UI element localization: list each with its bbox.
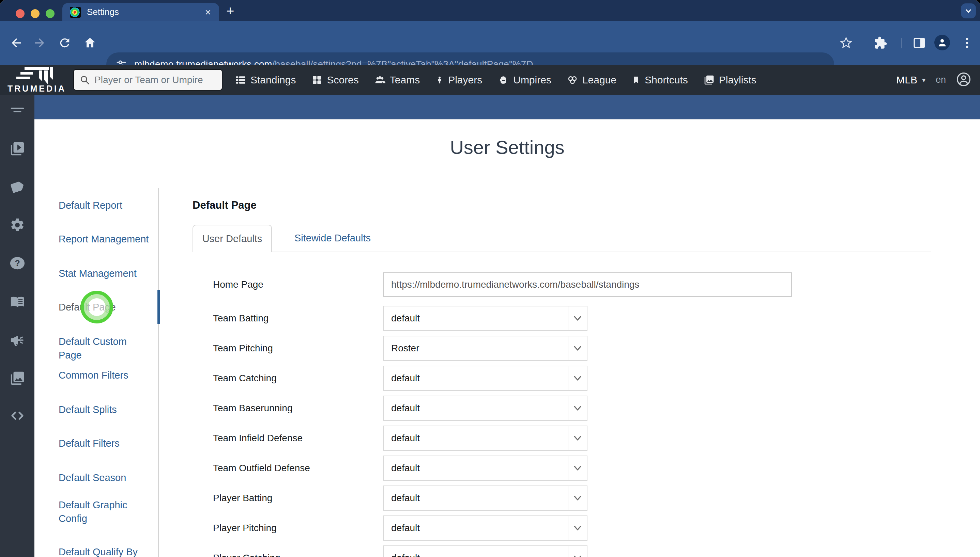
side-panel-button[interactable] [913,36,926,51]
global-search[interactable] [73,69,222,91]
gallery-icon[interactable] [10,370,25,386]
svg-text:?: ? [15,258,20,268]
account-circle-icon [956,72,971,87]
close-window-button[interactable] [16,9,24,18]
nav-umpires[interactable]: Umpires [498,74,551,86]
nav-label: Players [448,74,482,86]
bookmark-button[interactable] [839,36,853,51]
book-icon[interactable] [10,294,25,310]
video-library-icon[interactable] [10,141,25,156]
code-icon[interactable] [10,408,25,423]
chevron-down-icon [568,516,587,540]
trumedia-logo[interactable]: TRUMEDIA [3,65,71,95]
minimize-window-button[interactable] [31,9,39,18]
person-icon [937,37,947,48]
caret-down-icon: ▾ [922,76,926,84]
chevron-down-icon [568,486,587,510]
toolbar-divider [901,38,902,48]
sidebar-item-stat-management[interactable]: Stat Management [59,267,150,280]
nav-teams[interactable]: Teams [374,74,420,86]
forward-button[interactable] [33,36,46,50]
select-value: default [384,313,568,324]
select-value: default [384,493,568,503]
field-label: Team Batting [213,306,268,331]
gear-icon[interactable] [10,217,25,233]
nav-playlists[interactable]: Playlists [704,74,756,86]
tag-icon[interactable] [10,179,25,195]
teams-icon [374,75,385,85]
select-value: default [384,433,568,444]
active-item-indicator [157,290,160,324]
select-value: default [384,403,568,414]
player-batting-select[interactable]: default [383,485,588,511]
back-button[interactable] [10,36,23,50]
megaphone-icon[interactable] [10,332,25,348]
search-input[interactable] [95,75,217,85]
nav-label: Umpires [513,74,551,86]
browser-profile-button[interactable] [934,35,950,50]
field-label: Team Pitching [213,336,273,361]
nav-label: Standings [250,74,296,86]
tab-search-button[interactable] [961,3,976,18]
sidebar-item-default-qualify-by[interactable]: Default Qualify By [59,545,150,557]
team-batting-select[interactable]: default [383,306,588,331]
sidebar-item-default-splits[interactable]: Default Splits [59,403,150,416]
chevron-down-icon [568,366,587,390]
header-right: MLB ▾ en [896,65,971,95]
field-label: Player Batting [213,485,272,511]
team-infield-defense-select[interactable]: default [383,425,588,451]
new-tab-button[interactable]: + [226,3,234,19]
three-dots-icon [960,36,974,50]
sidebar-item-common-filters[interactable]: Common Filters [59,368,150,382]
player-pitching-select[interactable]: default [383,515,588,541]
umpires-icon [498,75,509,85]
reload-icon [58,36,72,50]
nav-shortcuts[interactable]: Shortcuts [632,74,688,86]
team-pitching-select[interactable]: Roster [383,336,588,361]
home-page-input[interactable] [383,272,792,297]
locale-selector[interactable]: en [936,75,946,85]
nav-league[interactable]: League [567,74,616,86]
nav-scores[interactable]: Scores [312,74,358,86]
help-icon[interactable]: ? [10,255,25,271]
chevron-down-icon [964,7,972,15]
titlebar: Settings × + [0,0,980,21]
tab-close-icon[interactable]: × [205,7,211,17]
icon-strip: ? [0,95,34,557]
filter-icon[interactable] [10,103,25,118]
sidebar-item-report-management[interactable]: Report Management [59,232,150,246]
nav-players[interactable]: Players [436,74,482,86]
team-catching-select[interactable]: default [383,366,588,391]
nav-label: Teams [390,74,420,86]
home-button[interactable] [83,36,97,50]
sidebar-item-default-season[interactable]: Default Season [59,471,150,484]
sidebar-item-default-graphic-config[interactable]: Default Graphic Config [59,498,144,525]
select-value: default [384,373,568,384]
field-label: Team Catching [213,366,277,391]
nav-standings[interactable]: Standings [235,74,296,86]
select-value: default [384,463,568,474]
tab-sitewide-defaults[interactable]: Sitewide Defaults [284,225,381,252]
extensions-button[interactable] [874,36,887,51]
user-profile-button[interactable] [956,72,971,88]
sidebar-item-default-filters[interactable]: Default Filters [59,436,150,450]
nav-label: League [582,74,616,86]
browser-menu-button[interactable] [960,36,974,51]
league-selector[interactable]: MLB ▾ [896,74,926,86]
zoom-window-button[interactable] [46,9,54,18]
sidebar-item-default-custom-page[interactable]: Default Custom Page [59,335,150,362]
scores-icon [312,75,322,85]
tab-favicon [70,7,81,18]
sidebar-item-default-report[interactable]: Default Report [59,199,150,212]
league-icon [567,75,578,85]
team-baserunning-select[interactable]: default [383,396,588,421]
browser-tab[interactable]: Settings × [62,3,219,21]
player-catching-select[interactable]: default [383,546,588,557]
chevron-down-icon [568,546,587,557]
team-outfield-defense-select[interactable]: default [383,456,588,481]
chevron-down-icon [568,306,587,330]
playlists-icon [704,75,715,85]
standings-icon [235,75,246,85]
reload-button[interactable] [58,36,72,50]
tab-user-defaults[interactable]: User Defaults [193,225,272,252]
